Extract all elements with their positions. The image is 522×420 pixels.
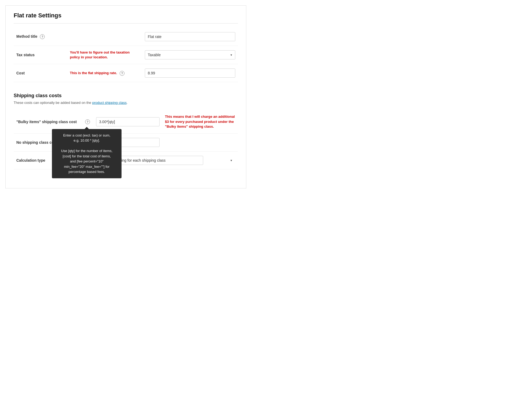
bulky-items-tooltip-container: ? Enter a cost (excl. tax) or sum, e.g. … [84, 119, 90, 124]
method-title-help-icon[interactable]: ? [40, 34, 45, 39]
cost-label: Cost [16, 71, 25, 75]
bulky-items-annotation: This means that I will charge an additio… [162, 110, 238, 133]
tax-status-annotation: You'll have to figure out the taxation p… [70, 50, 130, 59]
bulky-items-help-icon[interactable]: ? [85, 119, 90, 124]
tooltip-line5: and [fee percent="10" [70, 159, 103, 163]
tooltip-box: Enter a cost (excl. tax) or sum, e.g. 10… [52, 129, 122, 178]
no-shipping-class-row: No shipping class cost [14, 133, 238, 151]
tooltip-line4: [cost] for the total cost of items, [63, 154, 111, 158]
tooltip-line6: min_fee="20" max_fee=""] for [64, 165, 109, 169]
cost-annotation: This is the flat shipping rate. [70, 71, 117, 75]
tax-status-label: Tax status [16, 53, 35, 57]
cost-row: Cost This is the flat shipping rate. ? [14, 64, 238, 82]
cost-input[interactable] [145, 69, 235, 78]
shipping-class-description: These costs can optionally be added base… [14, 101, 238, 105]
settings-table: Method title ? Tax status You'll have to… [14, 28, 238, 82]
product-shipping-class-link[interactable]: product shipping class [92, 101, 127, 105]
no-shipping-class-label: No shipping class cost [16, 140, 57, 145]
tax-status-select-wrapper: Taxable None [145, 50, 235, 59]
method-title-label: Method title [16, 34, 37, 39]
shipping-class-section: Shipping class costs These costs can opt… [14, 90, 238, 169]
tooltip-line7: percentage based fees. [69, 170, 105, 174]
shipping-class-title: Shipping class costs [14, 90, 238, 99]
shipping-class-table: "Bulky items" shipping class cost ? Ente… [14, 110, 238, 169]
tooltip-line1: Enter a cost (excl. tax) or sum, [63, 133, 110, 137]
calculation-type-row: Calculation type Charge shipping for eac… [14, 151, 238, 169]
page-title: Flat rate Settings [14, 12, 238, 24]
bulky-items-row: "Bulky items" shipping class cost ? Ente… [14, 110, 238, 133]
bulky-items-label: "Bulky items" shipping class cost [16, 120, 77, 124]
cost-help-icon[interactable]: ? [120, 71, 124, 76]
method-title-input[interactable] [145, 32, 235, 41]
tax-status-row: Tax status You'll have to figure out the… [14, 46, 238, 64]
bulky-items-input[interactable] [96, 117, 160, 126]
tooltip-line3: Use [qty] for the number of items, [61, 149, 112, 153]
calculation-type-label: Calculation type [16, 158, 45, 162]
flat-rate-settings-panel: Flat rate Settings Method title ? Tax st… [5, 5, 246, 188]
tooltip-line2: e.g. 10.00 * [qty]. [74, 138, 100, 142]
tax-status-select[interactable]: Taxable None [145, 50, 235, 59]
method-title-row: Method title ? [14, 28, 238, 46]
